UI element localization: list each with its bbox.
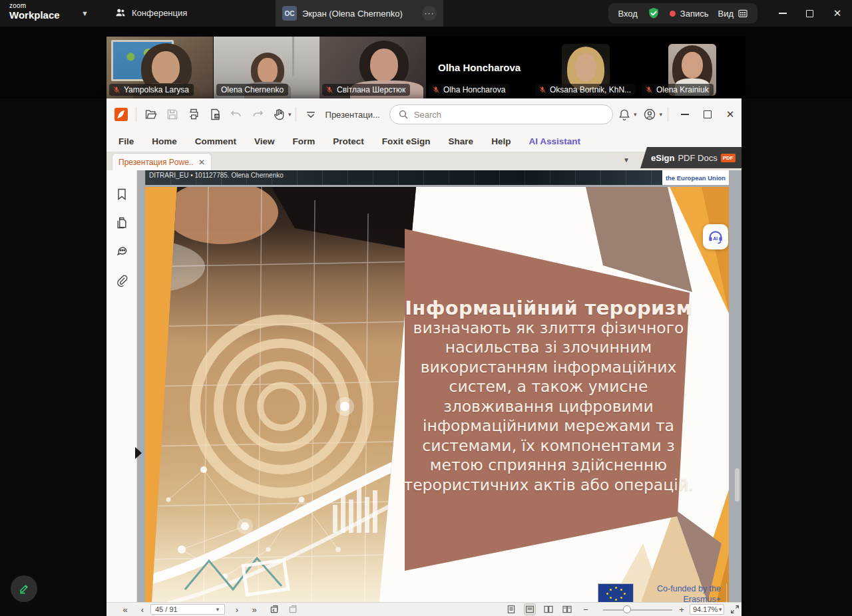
meeting-tab-label: Конференция: [132, 8, 187, 18]
pencil-icon: [17, 582, 31, 595]
redo-icon[interactable]: [251, 108, 264, 121]
slide-body-line: метою сприяння здійсненню: [403, 456, 694, 476]
recording-label: Запись: [680, 9, 709, 19]
menu-ai-assistant[interactable]: AI Assistant: [529, 136, 580, 146]
document-tab[interactable]: Презентация Powe... ✕: [112, 153, 212, 171]
esign-pdf-docs-button[interactable]: eSign PDF Docs PDF: [640, 147, 742, 168]
menu-foxit-esign[interactable]: Foxit eSign: [382, 136, 431, 146]
screen-share-tab[interactable]: ОС Экран (Olena Chernenko) ···: [276, 0, 443, 27]
open-file-icon[interactable]: [144, 108, 158, 121]
zoom-slider-track[interactable]: [603, 609, 672, 611]
hand-tool-dropdown-icon[interactable]: ▾: [288, 111, 292, 118]
slide-photo: [145, 187, 425, 602]
meeting-tab[interactable]: Конференция: [114, 7, 187, 19]
next-page-button[interactable]: ›: [232, 603, 242, 616]
esign-label: PDF Docs: [678, 153, 717, 163]
foxit-pdf-window: ▾ Презентаци... Search ▾ ▾: [106, 98, 742, 616]
video-tile-olena-chernenko[interactable]: Olena Chernenko: [214, 37, 320, 98]
foxit-minimize-button[interactable]: [674, 103, 696, 126]
comments-panel-icon[interactable]: [115, 244, 128, 257]
slide-body-line: системами, їх компонентами з: [403, 436, 694, 456]
fit-page-view-icon[interactable]: [525, 604, 535, 615]
zoom-level-value: 94.17%: [693, 605, 718, 613]
previous-view-icon[interactable]: [269, 604, 280, 615]
video-strip: Yampolska Larysa Olena Chernenko: [0, 27, 852, 98]
search-input[interactable]: Search: [389, 104, 613, 124]
video-tile-svitlana-sherstiuk[interactable]: Світлана Шерстюк: [320, 37, 426, 98]
attachments-panel-icon[interactable]: [115, 274, 128, 287]
undo-icon[interactable]: [230, 108, 243, 121]
bookmarks-panel-icon[interactable]: [115, 188, 128, 201]
document-tab-close-icon[interactable]: ✕: [198, 158, 205, 167]
security-shield-icon[interactable]: [647, 7, 660, 20]
page-dropdown-icon: ▼: [215, 607, 220, 613]
menu-protect[interactable]: Protect: [333, 136, 364, 146]
zoom-slider-thumb[interactable]: [623, 605, 631, 613]
notifications-bell-icon[interactable]: [618, 108, 631, 121]
foxit-maximize-button[interactable]: [696, 103, 719, 126]
save-icon[interactable]: [166, 108, 179, 121]
window-restore-button[interactable]: [796, 0, 823, 27]
document-switcher[interactable]: Презентаци...: [325, 110, 380, 120]
workplace-logo-text: Workplace: [9, 10, 60, 20]
menu-view[interactable]: View: [254, 136, 275, 146]
previous-page-button[interactable]: ‹: [137, 603, 148, 616]
notifications-dropdown-icon[interactable]: ▾: [634, 111, 637, 118]
view-button[interactable]: Вид: [718, 8, 748, 19]
participant-name-tag: Oksana Bortnik, KhN...: [535, 84, 636, 96]
chevron-down-icon[interactable]: ▼: [81, 9, 89, 17]
tab-list-dropdown-icon[interactable]: ▼: [623, 156, 630, 164]
participant-name-tag: Yampolska Larysa: [109, 84, 194, 96]
eu-union-label: the European Union: [662, 170, 729, 185]
pages-panel-icon[interactable]: [115, 216, 128, 230]
mic-muted-icon: [645, 86, 653, 94]
export-page-icon[interactable]: [208, 108, 222, 121]
page-number-input[interactable]: 45 / 91 ▼: [150, 604, 225, 615]
zoom-level-input[interactable]: 94.17% ▼: [690, 604, 724, 615]
fullscreen-icon[interactable]: [730, 604, 740, 615]
vertical-scrollbar-thumb[interactable]: [735, 468, 740, 502]
recording-indicator[interactable]: Запись: [670, 9, 709, 19]
navigation-panel: [106, 170, 137, 602]
menu-file[interactable]: File: [118, 136, 134, 146]
zoom-in-button[interactable]: +: [676, 603, 687, 616]
menu-comment[interactable]: Comment: [195, 136, 236, 146]
window-minimize-button[interactable]: [769, 0, 796, 27]
tab-more-icon[interactable]: ···: [422, 6, 437, 21]
two-page-view-icon[interactable]: [543, 604, 554, 615]
video-tile-olena-krainiuk[interactable]: Olena Krainiuk: [639, 37, 746, 98]
window-close-button[interactable]: ✕: [824, 0, 851, 27]
funding-text: Co-funded by the Erasmus+ Programme: [642, 583, 727, 602]
last-page-button[interactable]: »: [248, 603, 261, 616]
participant-name: Olena Krainiuk: [656, 85, 709, 94]
collapse-toolbar-icon[interactable]: [304, 108, 318, 121]
menu-form[interactable]: Form: [293, 136, 316, 146]
panel-expand-handle[interactable]: [135, 447, 142, 459]
ai-assistant-floating-button[interactable]: AI: [703, 224, 728, 249]
person-face: [682, 52, 703, 78]
video-tile-oksana-bortnik[interactable]: Oksana Bortnik, KhN...: [532, 37, 639, 98]
menu-home[interactable]: Home: [152, 136, 177, 146]
foxit-close-button[interactable]: ✕: [719, 103, 742, 126]
eu-funding-footer: Co-funded by the Erasmus+ Programme: [598, 583, 727, 602]
menu-help[interactable]: Help: [491, 136, 511, 146]
zoom-out-button[interactable]: −: [580, 603, 591, 616]
hand-tool-icon[interactable]: [272, 108, 286, 121]
sign-in-button[interactable]: Вход: [618, 9, 637, 19]
account-dropdown-icon[interactable]: ▾: [659, 111, 662, 118]
funding-line-2: Erasmus+ Programme: [642, 594, 721, 602]
two-page-cover-view-icon[interactable]: [562, 604, 572, 615]
single-page-view-icon[interactable]: [506, 604, 517, 615]
previous-page-banner: DITRARI_EU • 101127785. Olena Chernenko …: [145, 170, 729, 185]
menu-share[interactable]: Share: [449, 136, 474, 146]
document-area: DITRARI_EU • 101127785. Olena Chernenko …: [106, 170, 742, 602]
annotate-button[interactable]: [11, 575, 37, 602]
slide-body-line: систем, а також умисне: [403, 377, 694, 397]
first-page-button[interactable]: «: [118, 603, 132, 616]
next-view-icon[interactable]: [288, 604, 298, 615]
funding-line-1: Co-funded by the: [642, 583, 721, 594]
account-icon[interactable]: [643, 108, 656, 121]
video-tile-yampolska-larysa[interactable]: Yampolska Larysa: [106, 37, 213, 98]
print-icon[interactable]: [187, 108, 200, 121]
video-tile-olha-honcharova[interactable]: Olha Honcharova Olha Honcharova: [426, 37, 532, 98]
